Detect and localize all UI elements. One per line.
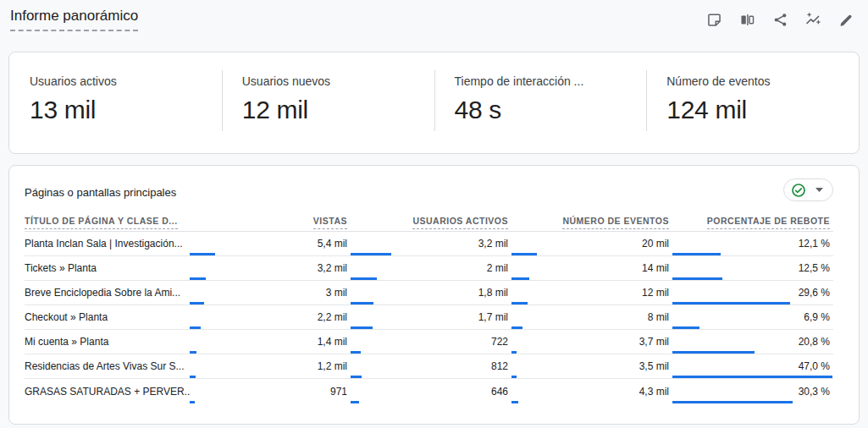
value-bar [672,376,832,378]
porcentaje-rebote-cell: 12,5 % [672,256,833,280]
table-row[interactable]: Tickets » Planta 3,2 mil 2 mil 14 mil 12… [25,256,833,281]
page-title-cell: Checkout » Planta [25,311,190,323]
usuarios-activos-value: 1,7 mil [478,311,508,323]
metric-tiempo-interaccion[interactable]: Tiempo de interacción ... 48 s [434,52,647,153]
value-bar [672,351,755,354]
value-bar [672,253,721,255]
metric-usuarios-nuevos[interactable]: Usuarios nuevos 12 mil [222,52,434,153]
usuarios-activos-cell: 2 mil [351,256,511,280]
vistas-value: 3 mil [326,287,347,299]
metric-label: Número de eventos [666,74,859,88]
value-bar [190,277,206,280]
value-bar [672,401,793,403]
porcentaje-rebote-value: 12,1 % [799,238,830,250]
vistas-cell: 5,4 mil [190,232,351,255]
vistas-cell: 971 [190,379,351,403]
vistas-value: 2,2 mil [318,311,347,323]
value-bar [511,376,517,378]
value-bar [351,376,362,378]
summary-metrics-card: Usuarios activos 13 mil Usuarios nuevos … [8,52,860,154]
top-pages-card: Páginas o pantallas principales TÍTULO D… [8,165,860,425]
insights-icon[interactable] [804,11,821,28]
table-row[interactable]: Checkout » Planta 2,2 mil 1,7 mil 8 mil … [25,305,833,330]
metric-label: Usuarios activos [30,74,222,88]
metric-numero-eventos[interactable]: Número de eventos 124 mil [646,52,859,153]
value-bar [511,253,537,255]
vistas-value: 1,4 mil [318,336,347,348]
value-bar [190,253,215,255]
edit-icon[interactable] [838,11,854,28]
value-bar [511,351,517,354]
page-title: Informe panorámico [10,8,138,31]
column-header-numero-eventos[interactable]: NÚMERO DE EVENTOS [511,216,672,231]
report-card-title: Páginas o pantallas principales [25,181,176,199]
numero-eventos-value: 12 mil [642,287,669,299]
value-bar [351,302,373,305]
note-icon[interactable] [705,11,722,28]
page-title-cell: Residencias de Artes Vivas Sur S... [25,360,190,372]
porcentaje-rebote-cell: 30,3 % [672,379,833,403]
usuarios-activos-value: 812 [491,360,508,372]
page-title-cell: Mi cuenta » Planta [25,336,190,348]
column-header-porcentaje-rebote[interactable]: PORCENTAJE DE REBOTE [672,216,833,231]
usuarios-activos-value: 722 [491,336,508,348]
porcentaje-rebote-value: 20,8 % [799,336,830,348]
usuarios-activos-value: 1,8 mil [478,287,508,299]
value-bar [672,326,699,329]
data-quality-dropdown[interactable] [783,178,833,201]
value-bar [190,302,204,305]
porcentaje-rebote-value: 29,6 % [799,287,830,299]
usuarios-activos-cell: 646 [351,379,511,403]
page-title-cell: Tickets » Planta [25,262,190,274]
page-header: Informe panorámico [0,0,868,31]
metric-value: 13 mil [30,96,222,124]
column-header-usuarios-activos[interactable]: USUARIOS ACTIVOS [351,216,511,231]
numero-eventos-value: 3,5 mil [639,360,669,372]
table-row[interactable]: Planta Inclan Sala | Investigación... 5,… [25,232,833,256]
numero-eventos-value: 3,7 mil [639,336,669,348]
page-title-cell: GRASAS SATURADAS + PERVER... [25,386,190,398]
comparison-icon[interactable] [738,11,755,28]
table-body: Planta Inclan Sala | Investigación... 5,… [25,232,833,403]
usuarios-activos-value: 646 [491,386,508,398]
page-title-cell: Planta Inclan Sala | Investigación... [25,238,190,250]
value-bar [351,277,377,280]
metric-usuarios-activos[interactable]: Usuarios activos 13 mil [9,52,222,153]
usuarios-activos-value: 2 mil [487,262,508,274]
metric-label: Usuarios nuevos [242,74,434,88]
value-bar [351,401,359,403]
numero-eventos-value: 14 mil [642,262,669,274]
report-card-header: Páginas o pantallas principales [25,178,833,201]
usuarios-activos-cell: 1,7 mil [351,305,511,329]
table-row[interactable]: Mi cuenta » Planta 1,4 mil 722 3,7 mil 2… [25,330,833,354]
numero-eventos-cell: 3,7 mil [511,330,672,354]
numero-eventos-cell: 8 mil [511,305,672,329]
vistas-cell: 1,2 mil [190,354,351,378]
numero-eventos-cell: 14 mil [511,256,672,280]
metric-value: 48 s [455,96,647,124]
numero-eventos-cell: 4,3 mil [511,379,672,403]
check-circle-icon [791,183,806,198]
value-bar [511,277,529,280]
vistas-value: 1,2 mil [318,360,347,372]
porcentaje-rebote-cell: 6,9 % [672,305,833,329]
vistas-cell: 1,4 mil [190,330,351,354]
table-row[interactable]: GRASAS SATURADAS + PERVER... 971 646 4,3… [25,379,833,403]
numero-eventos-value: 4,3 mil [639,386,669,398]
column-header-titulo[interactable]: TÍTULO DE PÁGINA Y CLASE D... [25,216,190,231]
usuarios-activos-cell: 1,8 mil [351,281,511,305]
usuarios-activos-cell: 812 [351,354,511,378]
numero-eventos-cell: 12 mil [511,281,672,305]
table-row[interactable]: Residencias de Artes Vivas Sur S... 1,2 … [25,354,833,379]
porcentaje-rebote-cell: 20,8 % [672,330,833,354]
vistas-cell: 2,2 mil [190,305,351,329]
porcentaje-rebote-value: 6,9 % [804,311,830,323]
share-icon[interactable] [771,11,788,28]
column-header-vistas[interactable]: VISTAS [190,216,351,231]
vistas-cell: 3 mil [190,281,351,305]
chevron-down-icon [815,188,823,192]
usuarios-activos-cell: 3,2 mil [351,232,511,255]
usuarios-activos-cell: 722 [351,330,511,354]
table-row[interactable]: Breve Enciclopedia Sobre la Ami... 3 mil… [25,281,833,305]
numero-eventos-cell: 20 mil [511,232,672,255]
